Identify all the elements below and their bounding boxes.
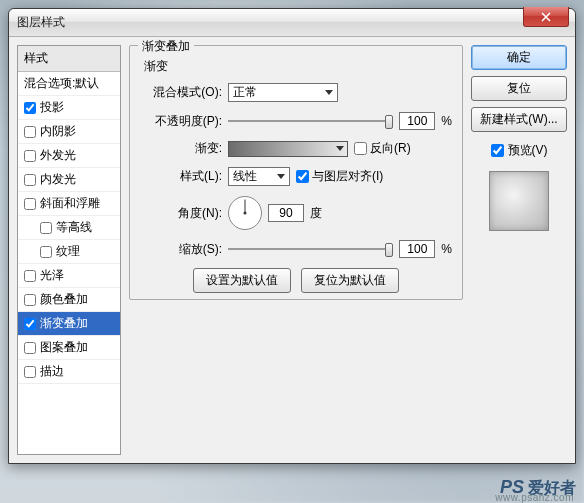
style-item[interactable]: 内阴影: [18, 120, 120, 144]
style-item-label: 内阴影: [40, 123, 76, 140]
new-style-button[interactable]: 新建样式(W)...: [471, 107, 567, 132]
preview-checkbox[interactable]: [491, 144, 504, 157]
style-item-label: 外发光: [40, 147, 76, 164]
opacity-label: 不透明度(P):: [140, 113, 222, 130]
style-checkbox[interactable]: [24, 294, 36, 306]
style-item-label: 描边: [40, 363, 64, 380]
blend-options-row[interactable]: 混合选项:默认: [18, 72, 120, 96]
style-item-label: 斜面和浮雕: [40, 195, 100, 212]
angle-dial[interactable]: [228, 196, 262, 230]
style-item[interactable]: 渐变叠加: [18, 312, 120, 336]
style-item[interactable]: 等高线: [18, 216, 120, 240]
style-item[interactable]: 外发光: [18, 144, 120, 168]
style-checkbox[interactable]: [24, 270, 36, 282]
style-item-label: 纹理: [56, 243, 80, 260]
align-checkbox-label[interactable]: 与图层对齐(I): [296, 168, 383, 185]
style-item[interactable]: 斜面和浮雕: [18, 192, 120, 216]
style-checkbox[interactable]: [40, 246, 52, 258]
panel-legend: 渐变叠加: [138, 38, 194, 55]
close-button[interactable]: [523, 7, 569, 27]
make-default-button[interactable]: 设置为默认值: [193, 268, 291, 293]
reset-default-button[interactable]: 复位为默认值: [301, 268, 399, 293]
style-item[interactable]: 光泽: [18, 264, 120, 288]
style-item[interactable]: 投影: [18, 96, 120, 120]
style-item-label: 内发光: [40, 171, 76, 188]
reverse-checkbox[interactable]: [354, 142, 367, 155]
cancel-button[interactable]: 复位: [471, 76, 567, 101]
style-checkbox[interactable]: [24, 198, 36, 210]
align-checkbox[interactable]: [296, 170, 309, 183]
style-item-label: 光泽: [40, 267, 64, 284]
layer-style-dialog: 图层样式 样式 混合选项:默认 投影内阴影外发光内发光斜面和浮雕等高线纹理光泽颜…: [8, 8, 576, 464]
gradient-picker[interactable]: [228, 141, 348, 157]
scale-input[interactable]: [399, 240, 435, 258]
chevron-down-icon: [336, 146, 344, 151]
dialog-title: 图层样式: [17, 14, 65, 31]
style-checkbox[interactable]: [24, 150, 36, 162]
scale-label: 缩放(S):: [140, 241, 222, 258]
style-label: 样式(L):: [140, 168, 222, 185]
settings-panel: 渐变叠加 渐变 混合模式(O): 正常 不透明度(P): % 渐变:: [129, 45, 463, 455]
style-item[interactable]: 颜色叠加: [18, 288, 120, 312]
style-item[interactable]: 描边: [18, 360, 120, 384]
style-checkbox[interactable]: [24, 126, 36, 138]
style-item-label: 渐变叠加: [40, 315, 88, 332]
gradient-label: 渐变:: [140, 140, 222, 157]
styles-header: 样式: [18, 46, 120, 72]
style-checkbox[interactable]: [24, 342, 36, 354]
style-item-label: 图案叠加: [40, 339, 88, 356]
titlebar[interactable]: 图层样式: [9, 9, 575, 37]
opacity-input[interactable]: [399, 112, 435, 130]
style-checkbox[interactable]: [24, 102, 36, 114]
style-checkbox[interactable]: [24, 366, 36, 378]
blend-mode-dropdown[interactable]: 正常: [228, 83, 338, 102]
scale-unit: %: [441, 242, 452, 256]
angle-label: 角度(N):: [140, 205, 222, 222]
angle-unit: 度: [310, 205, 322, 222]
style-item-label: 投影: [40, 99, 64, 116]
style-item[interactable]: 内发光: [18, 168, 120, 192]
style-checkbox[interactable]: [24, 174, 36, 186]
chevron-down-icon: [277, 174, 285, 179]
style-item-label: 颜色叠加: [40, 291, 88, 308]
blend-mode-label: 混合模式(O):: [140, 84, 222, 101]
ok-button[interactable]: 确定: [471, 45, 567, 70]
right-buttons: 确定 复位 新建样式(W)... 预览(V): [471, 45, 567, 455]
angle-input[interactable]: [268, 204, 304, 222]
style-checkbox[interactable]: [40, 222, 52, 234]
style-item-label: 等高线: [56, 219, 92, 236]
close-icon: [541, 12, 551, 22]
styles-list: 样式 混合选项:默认 投影内阴影外发光内发光斜面和浮雕等高线纹理光泽颜色叠加渐变…: [17, 45, 121, 455]
panel-sublabel: 渐变: [144, 58, 452, 75]
reverse-checkbox-label[interactable]: 反向(R): [354, 140, 411, 157]
opacity-unit: %: [441, 114, 452, 128]
preview-swatch: [489, 171, 549, 231]
opacity-slider[interactable]: [228, 113, 393, 129]
style-item[interactable]: 图案叠加: [18, 336, 120, 360]
watermark-url: www.psahz.com: [495, 492, 574, 503]
chevron-down-icon: [325, 90, 333, 95]
style-dropdown[interactable]: 线性: [228, 167, 290, 186]
preview-label: 预览(V): [508, 142, 548, 159]
scale-slider[interactable]: [228, 241, 393, 257]
style-item[interactable]: 纹理: [18, 240, 120, 264]
style-checkbox[interactable]: [24, 318, 36, 330]
